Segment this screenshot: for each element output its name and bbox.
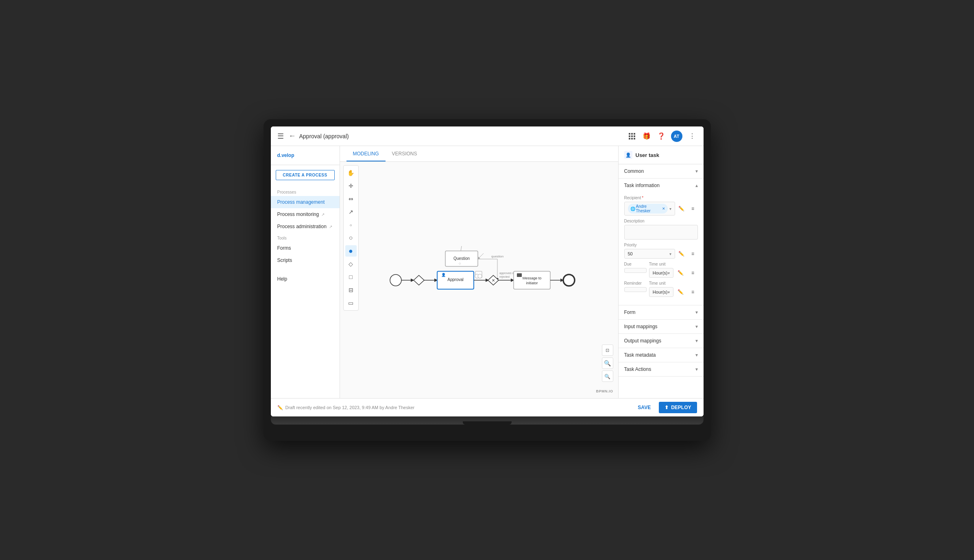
create-process-button[interactable]: CREATE A PROCESS [276, 170, 335, 180]
tool-circle-lg[interactable]: ● [345, 245, 357, 257]
sidebar-item-process-administration[interactable]: Process administration ↗ [271, 220, 340, 233]
input-mappings-chevron: ▾ [695, 324, 698, 329]
description-field[interactable] [624, 225, 698, 240]
task-metadata-section-header[interactable]: Task metadata ▾ [619, 348, 704, 362]
recipient-list-button[interactable]: ≡ [688, 204, 698, 214]
required-marker: * [642, 196, 643, 200]
output-mappings-section-header[interactable]: Output mappings ▾ [619, 334, 704, 348]
due-list-button[interactable]: ≡ [688, 268, 698, 278]
reminder-unit-label: Time unit [649, 281, 673, 285]
recipient-tag: 🌐 Andre Thesker ✕ [628, 204, 668, 214]
recipient-edit-button[interactable]: ✏️ [677, 204, 686, 214]
task-info-content: Recipient * 🌐 Andre Thesker ✕ ▾ [619, 192, 704, 305]
recipient-field[interactable]: 🌐 Andre Thesker ✕ ▾ [624, 202, 675, 216]
sidebar-item-label: Process management [277, 199, 325, 205]
recipient-remove[interactable]: ✕ [662, 207, 665, 211]
priority-value: 50 [628, 251, 633, 256]
tool-connect[interactable]: ↗ [345, 206, 357, 218]
gateway-1[interactable] [414, 275, 424, 285]
input-mappings-section-header[interactable]: Input mappings ▾ [619, 320, 704, 333]
fit-screen-button[interactable]: ⊡ [602, 344, 613, 356]
reminder-unit-value: Hour(s) [653, 290, 668, 294]
edit-icon: ✏️ [277, 405, 283, 410]
save-button[interactable]: SAVE [634, 402, 655, 413]
tab-modeling[interactable]: MODELING [346, 146, 386, 161]
common-section-header[interactable]: Common ▾ [619, 164, 704, 178]
zoom-out-button[interactable]: 🔍 [602, 370, 613, 382]
form-section-header[interactable]: Form ▾ [619, 305, 704, 319]
priority-arrow[interactable]: ▾ [669, 252, 671, 256]
reminder-input[interactable] [624, 287, 647, 292]
sidebar-item-label: Scripts [277, 257, 292, 263]
tool-pool[interactable]: ▭ [345, 297, 357, 309]
reminder-edit-button[interactable]: ✏️ [676, 287, 686, 297]
grid-icon[interactable] [627, 131, 637, 141]
back-button[interactable]: ← [289, 132, 296, 140]
tool-space[interactable]: ⇔ [345, 193, 357, 205]
recipient-row: 🌐 Andre Thesker ✕ ▾ ✏️ ≡ [624, 202, 698, 216]
deploy-button[interactable]: ⬆ DEPLOY [659, 402, 697, 413]
tool-rect[interactable]: □ [345, 271, 357, 283]
output-mappings-label: Output mappings [624, 338, 661, 344]
bpmn-io-badge: BPMN.IO [596, 389, 613, 393]
tab-versions[interactable]: VERSIONS [386, 146, 424, 161]
svg-line-10 [461, 246, 462, 251]
svg-text:initiator: initiator [526, 281, 538, 285]
recipient-dropdown-arrow[interactable]: ▾ [669, 207, 671, 211]
due-edit-button[interactable]: ✏️ [676, 268, 686, 278]
header-icons: 🎁 ❓ AT ⋮ [627, 131, 697, 142]
sidebar-item-forms[interactable]: Forms [271, 242, 340, 254]
footer-actions: SAVE ⬆ DEPLOY [634, 402, 697, 413]
sidebar-item-scripts[interactable]: Scripts [271, 254, 340, 266]
output-mappings-chevron: ▾ [695, 338, 698, 344]
diagram-canvas: Approval 👤 Question [360, 162, 618, 398]
sidebar-item-process-monitoring[interactable]: Process monitoring ↗ [271, 208, 340, 220]
reminder-label: Reminder [624, 281, 647, 285]
end-event[interactable] [563, 275, 575, 286]
form-label: Form [624, 309, 636, 315]
form-chevron: ▾ [695, 309, 698, 315]
svg-text:👤: 👤 [441, 272, 446, 277]
bpmn-toolbar: ✋ ✛ ⇔ ↗ ○ ○ ● ◇ □ ⊟ ▭ [343, 165, 359, 311]
input-mappings-label: Input mappings [624, 324, 658, 329]
menu-icon[interactable]: ☰ [277, 132, 284, 141]
section-form: Form ▾ [619, 305, 704, 320]
deploy-label: DEPLOY [671, 405, 691, 410]
app-header: ☰ ← Approval (approval) 🎁 ❓ AT ⋮ [271, 126, 704, 146]
svg-text:✕: ✕ [492, 278, 495, 283]
tool-circle-md[interactable]: ○ [345, 232, 357, 244]
tool-rect-sub[interactable]: ⊟ [345, 284, 357, 296]
section-task-information: Task information ▴ Recipient * 🌐 [619, 179, 704, 305]
due-unit-label: Time unit [649, 262, 673, 266]
gift-icon[interactable]: 🎁 [642, 131, 652, 141]
due-unit-select[interactable]: Hour(s) ▾ [649, 268, 673, 278]
due-unit-group: Time unit Hour(s) ▾ [649, 262, 673, 278]
help-icon[interactable]: ❓ [656, 131, 666, 141]
due-input[interactable] [624, 268, 647, 273]
tool-create[interactable]: ✛ [345, 180, 357, 192]
tool-hand[interactable]: ✋ [345, 167, 357, 179]
recipient-avatar-icon: 🌐 [630, 207, 635, 211]
due-unit-value: Hour(s) [653, 270, 668, 275]
task-info-chevron: ▴ [695, 183, 698, 188]
task-actions-section-header[interactable]: Task Actions ▾ [619, 362, 704, 376]
diagram-area[interactable]: ✋ ✛ ⇔ ↗ ○ ○ ● ◇ □ ⊟ ▭ [340, 162, 618, 398]
more-icon[interactable]: ⋮ [687, 131, 697, 141]
sidebar-brand: d.velop [271, 153, 340, 165]
sidebar-item-help[interactable]: Help [271, 273, 340, 285]
tool-diamond[interactable]: ◇ [345, 258, 357, 270]
page-title: Approval (approval) [299, 133, 627, 139]
priority-input[interactable]: 50 ▾ [624, 249, 675, 259]
start-event[interactable] [390, 275, 401, 286]
avatar[interactable]: AT [671, 131, 682, 142]
sidebar: d.velop CREATE A PROCESS Processes Proce… [271, 146, 340, 398]
sidebar-item-label: Process monitoring [277, 211, 319, 217]
reminder-list-button[interactable]: ≡ [688, 287, 698, 297]
priority-list-button[interactable]: ≡ [688, 249, 698, 259]
sidebar-item-process-management[interactable]: Process management [271, 196, 340, 208]
priority-edit-button[interactable]: ✏️ [677, 249, 686, 259]
tool-circle-sm[interactable]: ○ [345, 219, 357, 231]
reminder-unit-select[interactable]: Hour(s) ▾ [649, 287, 673, 297]
zoom-in-button[interactable]: 🔍 [602, 357, 613, 369]
task-info-section-header[interactable]: Task information ▴ [619, 179, 704, 192]
